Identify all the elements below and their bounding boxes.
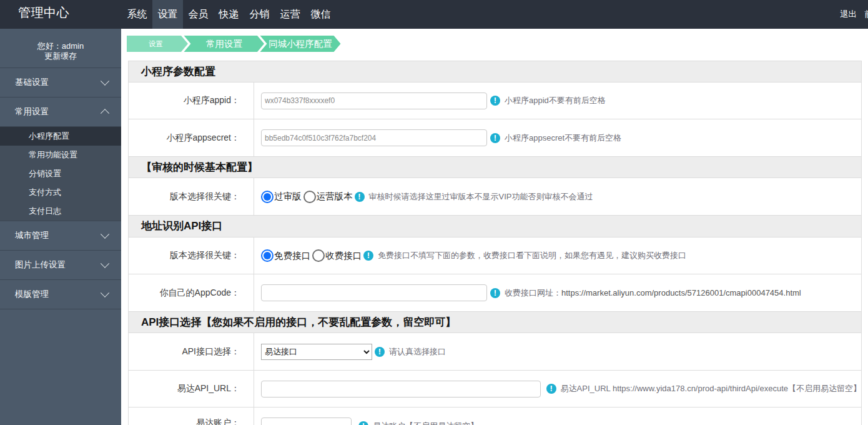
svg-text:设置: 设置 xyxy=(149,40,163,48)
svg-text:常用设置: 常用设置 xyxy=(206,39,243,49)
svg-text:同城小程序配置: 同城小程序配置 xyxy=(269,39,332,49)
